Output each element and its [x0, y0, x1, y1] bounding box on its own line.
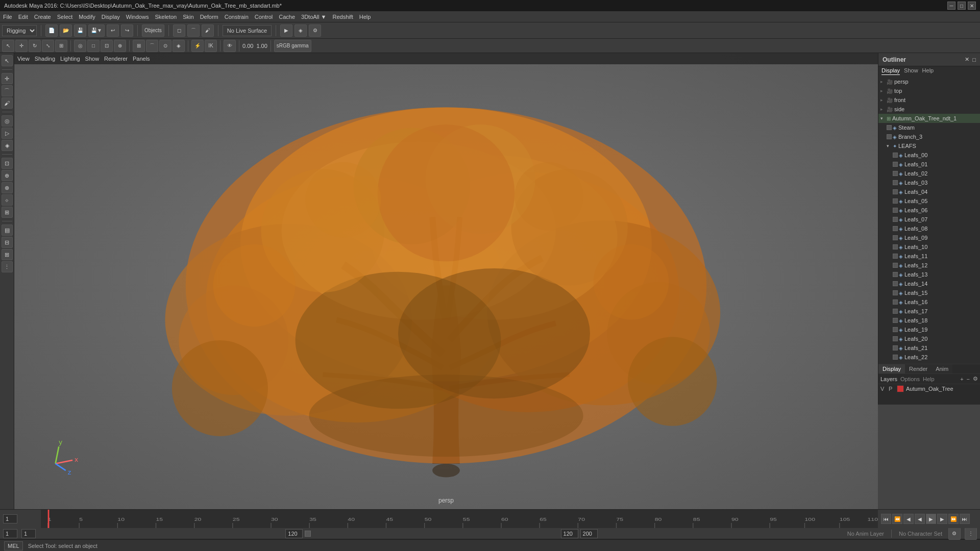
vis-leafs14[interactable]: [893, 281, 898, 286]
transform-btn[interactable]: ⊡: [101, 40, 113, 52]
menu-cache[interactable]: Cache: [279, 14, 295, 20]
menu-windows[interactable]: Windows: [126, 14, 149, 20]
skin-btn[interactable]: ⟐: [2, 194, 13, 206]
snap-grid-btn[interactable]: ⊞: [133, 40, 145, 52]
play-back-btn[interactable]: ◀: [915, 514, 925, 524]
menu-skin[interactable]: Skin: [183, 14, 193, 20]
render-btn[interactable]: ▶: [280, 24, 292, 37]
paint-btn[interactable]: 🖌: [2, 97, 13, 109]
component-btn[interactable]: □: [87, 40, 100, 52]
lasso-mode-btn[interactable]: ⌒: [2, 85, 13, 96]
lasso-btn[interactable]: ⌒: [187, 24, 200, 37]
outliner-item-autumn-oak[interactable]: ▾ ⊞ Autumn_Oak_Tree_ndt_1: [878, 114, 980, 123]
vis-steam[interactable]: [887, 125, 892, 130]
vis-leafs01[interactable]: [893, 162, 898, 167]
prev-key-btn[interactable]: ⏪: [892, 514, 902, 524]
universal-manip-btn[interactable]: ⊞: [55, 40, 67, 52]
snap-curve-btn[interactable]: ⌒: [146, 40, 158, 52]
outliner-item-leafs12[interactable]: ◈Leafs_12: [878, 261, 980, 270]
vis-leafs13[interactable]: [893, 272, 898, 277]
history-btn[interactable]: ⚡: [191, 40, 204, 52]
outliner-item-leafs11[interactable]: ◈Leafs_11: [878, 252, 980, 261]
layer-btn[interactable]: ▤: [2, 224, 13, 236]
color-space-dropdown[interactable]: sRGB gamma: [274, 40, 311, 52]
move-mode-btn[interactable]: ✛: [2, 73, 13, 84]
layers-tab-display[interactable]: Display: [878, 364, 905, 373]
outliner-item-leafs10[interactable]: ◈Leafs_10: [878, 242, 980, 252]
timeline-ruler[interactable]: 1 5 10 15 20 25 30 35 40 45 50 55 60 65 …: [41, 510, 878, 528]
outliner-item-steam[interactable]: ◈ Steam: [878, 123, 980, 132]
vis-leafs17[interactable]: [893, 309, 898, 314]
current-frame-input[interactable]: [3, 529, 17, 538]
vis-leafs21[interactable]: [893, 345, 898, 350]
viewport-menu-show[interactable]: Show: [85, 56, 100, 62]
viewport-menu-shading[interactable]: Shading: [35, 56, 55, 62]
save-options-btn[interactable]: 💾▼: [88, 24, 105, 37]
outliner-item-leafs21[interactable]: ◈Leafs_21: [878, 343, 980, 353]
vis-leafs16[interactable]: [893, 299, 898, 305]
menu-display[interactable]: Display: [102, 14, 120, 20]
menu-select[interactable]: Select: [57, 14, 73, 20]
char-set-extra-btn[interactable]: ⋮: [965, 528, 977, 540]
outliner-item-leafs13[interactable]: ◈Leafs_13: [878, 270, 980, 279]
extra-btn[interactable]: ⋮: [2, 261, 13, 272]
next-frame-btn[interactable]: ▶: [937, 514, 947, 524]
vis-branch3[interactable]: [887, 134, 892, 139]
display-layer-btn[interactable]: ⊞: [2, 249, 13, 260]
outliner-item-leafs08[interactable]: ◈Leafs_08: [878, 224, 980, 233]
prev-frame-btn[interactable]: ◀: [903, 514, 914, 524]
minimize-btn[interactable]: ─: [947, 2, 955, 10]
menu-modify[interactable]: Modify: [79, 14, 95, 20]
vis-leafs03[interactable]: [893, 180, 898, 185]
outliner-item-leafs19[interactable]: ◈Leafs_19: [878, 325, 980, 334]
outliner-close-btn[interactable]: ✕: [965, 56, 969, 63]
outliner-item-leafs20[interactable]: ◈Leafs_20: [878, 334, 980, 343]
menu-create[interactable]: Create: [34, 14, 51, 20]
scale-tool-btn[interactable]: ⤡: [42, 40, 54, 52]
mel-python-label[interactable]: MEL: [4, 541, 23, 550]
outliner-item-leafs05[interactable]: ◈Leafs_05: [878, 196, 980, 206]
pivot-left-btn[interactable]: ⊕: [2, 170, 13, 181]
expand-top[interactable]: ▸: [880, 88, 886, 93]
vis-leafs08[interactable]: [893, 226, 898, 231]
viewport[interactable]: View Shading Lighting Show Renderer Pane…: [14, 53, 878, 509]
menu-redshift[interactable]: Redshift: [332, 14, 353, 20]
select-tool-btn[interactable]: ↖: [2, 40, 14, 52]
outliner-item-leafs[interactable]: ▾ ✦ LEAFS: [878, 141, 980, 151]
layer-del-btn[interactable]: −: [967, 376, 970, 382]
pivot-btn[interactable]: ⊕: [114, 40, 126, 52]
layers-sub-tab-options[interactable]: Options: [900, 376, 920, 382]
viewport-menu-view[interactable]: View: [17, 56, 30, 62]
outliner-tab-show[interactable]: Show: [904, 66, 918, 75]
anim-end-input[interactable]: [561, 529, 578, 538]
save-btn[interactable]: 💾: [74, 24, 86, 37]
vis-leafs15[interactable]: [893, 290, 898, 295]
vis-leafs20[interactable]: [893, 336, 898, 341]
go-start-btn[interactable]: ⏮: [881, 514, 891, 524]
expand-leafs[interactable]: ▾: [887, 143, 892, 148]
outliner-item-leafs07[interactable]: ◈Leafs_07: [878, 215, 980, 224]
sculpt-btn[interactable]: ◎: [2, 115, 13, 127]
outliner-item-leafs02[interactable]: ◈Leafs_02: [878, 169, 980, 178]
vis-leafs00[interactable]: [893, 153, 898, 158]
vis-leafs12[interactable]: [893, 263, 898, 268]
outliner-item-leafs16[interactable]: ◈Leafs_16: [878, 297, 980, 307]
mode-dropdown[interactable]: Rigging: [2, 25, 37, 36]
outliner-item-persp[interactable]: ▸ 🎥 persp: [878, 77, 980, 86]
layers-sub-tab-layers[interactable]: Layers: [880, 376, 897, 382]
ik-btn[interactable]: IK: [205, 40, 217, 52]
outliner-float-btn[interactable]: □: [972, 57, 976, 63]
outliner-item-top[interactable]: ▸ 🎥 top: [878, 86, 980, 95]
layers-tab-render[interactable]: Render: [905, 364, 932, 373]
layer-row-autumn-oak[interactable]: V P Autumn_Oak_Tree: [878, 384, 980, 393]
menu-deform[interactable]: Deform: [200, 14, 218, 20]
outliner-tab-display[interactable]: Display: [881, 66, 900, 75]
frame-input-left[interactable]: [3, 514, 17, 523]
expand-persp[interactable]: ▸: [880, 79, 886, 84]
select-mode-btn[interactable]: ↖: [2, 55, 13, 66]
next-key-btn[interactable]: ⏩: [948, 514, 959, 524]
vis-leafs11[interactable]: [893, 254, 898, 259]
expand-autumn-oak[interactable]: ▾: [880, 116, 886, 121]
viewport-menu-lighting[interactable]: Lighting: [60, 56, 80, 62]
outliner-item-leafs18[interactable]: ◈Leafs_18: [878, 316, 980, 325]
